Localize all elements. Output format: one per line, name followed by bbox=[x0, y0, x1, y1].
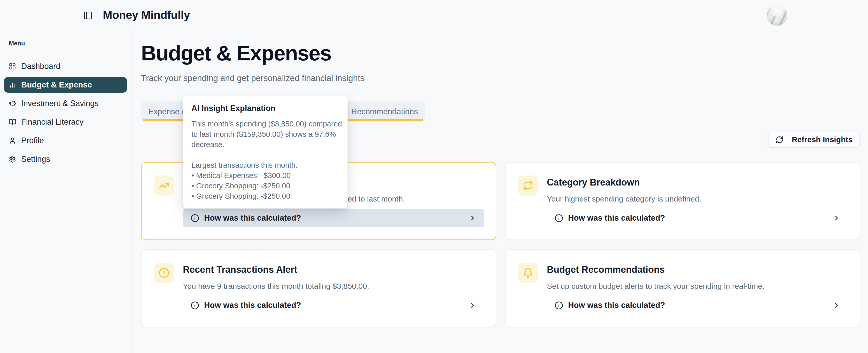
card-budget-recommendations: Budget Recommendations Set up custom bud… bbox=[505, 249, 860, 327]
dashboard-icon bbox=[9, 63, 16, 70]
popover-line: • Grocery Shopping: -$250.00 bbox=[191, 191, 339, 201]
card-icon-square bbox=[154, 263, 174, 283]
avatar[interactable] bbox=[767, 5, 787, 26]
bell-icon bbox=[523, 267, 533, 278]
popover-line: to last month ($159,350.00) shows a 97.6… bbox=[191, 129, 339, 139]
popover-line: decrease. bbox=[191, 139, 339, 150]
sidebar: Menu Dashboard Budget & Expense Investme… bbox=[0, 31, 131, 353]
how-calculated-button[interactable]: How was this calculated? bbox=[547, 209, 848, 227]
card-icon-square bbox=[518, 175, 538, 196]
sidebar-item-profile[interactable]: Profile bbox=[4, 131, 127, 150]
repeat-icon bbox=[523, 180, 533, 191]
sidebar-item-financial-literacy[interactable]: Financial Literacy bbox=[4, 113, 127, 131]
popover-title: AI Insight Explanation bbox=[191, 104, 339, 113]
sidebar-item-dashboard[interactable]: Dashboard bbox=[4, 57, 127, 76]
sidebar-item-label: Investment & Savings bbox=[21, 99, 99, 108]
how-calculated-label: How was this calculated? bbox=[568, 301, 665, 310]
sidebar-item-budget-expense[interactable]: Budget & Expense bbox=[4, 77, 127, 93]
sidebar-item-label: Settings bbox=[21, 154, 50, 164]
trending-up-icon bbox=[159, 180, 169, 191]
book-open-icon bbox=[9, 118, 16, 126]
sidebar-item-label: Financial Literacy bbox=[21, 117, 84, 127]
how-calculated-label: How was this calculated? bbox=[204, 213, 301, 223]
main-content: Budget & Expenses Track your spending an… bbox=[131, 31, 868, 353]
info-icon bbox=[191, 301, 199, 310]
sidebar-item-label: Dashboard bbox=[21, 62, 60, 71]
card-title: Category Breakdown bbox=[547, 177, 640, 188]
bar-chart-icon bbox=[9, 81, 16, 89]
refresh-insights-button[interactable]: Refresh Insights bbox=[768, 132, 860, 148]
refresh-insights-label: Refresh Insights bbox=[792, 135, 852, 144]
ai-insight-popover: AI Insight Explanation This month's spen… bbox=[183, 95, 348, 209]
menu-section-label: Menu bbox=[9, 40, 131, 47]
how-calculated-button[interactable]: How was this calculated? bbox=[183, 209, 484, 227]
sidebar-item-label: Profile bbox=[21, 136, 44, 145]
sidebar-item-investment-savings[interactable]: Investment & Savings bbox=[4, 94, 127, 113]
card-icon-square bbox=[518, 263, 538, 283]
alert-circle-icon bbox=[159, 267, 169, 278]
card-description: Your highest spending category is undefi… bbox=[547, 195, 702, 203]
popover-line: This month's spending ($3,850.00) compar… bbox=[191, 119, 339, 129]
chevron-right-icon bbox=[833, 302, 840, 309]
card-description: You have 9 transactions this month total… bbox=[183, 282, 369, 290]
info-icon bbox=[191, 214, 199, 222]
card-category-breakdown: Category Breakdown Your highest spending… bbox=[505, 162, 860, 240]
card-description: Set up custom budget alerts to track you… bbox=[547, 282, 765, 290]
card-title: Budget Recommendations bbox=[547, 264, 665, 275]
chevron-right-icon bbox=[469, 214, 476, 222]
card-icon-square bbox=[154, 175, 174, 196]
how-calculated-label: How was this calculated? bbox=[568, 213, 665, 223]
chevron-right-icon bbox=[833, 214, 840, 222]
piggy-bank-icon bbox=[9, 100, 16, 107]
popover-line bbox=[191, 150, 339, 160]
how-calculated-label: How was this calculated? bbox=[204, 301, 301, 310]
sidebar-item-settings[interactable]: Settings bbox=[4, 150, 127, 169]
sidebar-item-label: Budget & Expense bbox=[21, 80, 92, 90]
user-icon bbox=[9, 137, 16, 144]
how-calculated-button[interactable]: How was this calculated? bbox=[547, 296, 848, 314]
app-title: Money Mindfully bbox=[103, 8, 190, 22]
app-header: Money Mindfully bbox=[0, 0, 868, 31]
panel-left-icon bbox=[83, 11, 92, 20]
card-recent-transactions-alert: Recent Transactions Alert You have 9 tra… bbox=[141, 249, 496, 327]
sidebar-toggle-button[interactable] bbox=[82, 10, 94, 21]
card-title: Recent Transactions Alert bbox=[183, 264, 297, 275]
gear-icon bbox=[9, 155, 16, 163]
info-icon bbox=[555, 214, 563, 222]
page-title: Budget & Expenses bbox=[141, 41, 331, 65]
info-icon bbox=[555, 301, 563, 310]
popover-line: • Grocery Shopping: -$250.00 bbox=[191, 181, 339, 191]
page-subtitle: Track your spending and get personalized… bbox=[141, 73, 365, 83]
popover-line: • Medical Expenses: -$300.00 bbox=[191, 170, 339, 181]
sidebar-nav: Dashboard Budget & Expense Investment & … bbox=[0, 57, 131, 169]
how-calculated-button[interactable]: How was this calculated? bbox=[183, 296, 484, 314]
refresh-icon bbox=[776, 136, 783, 144]
chevron-right-icon bbox=[469, 302, 476, 309]
popover-line: Largest transactions this month: bbox=[191, 160, 339, 170]
